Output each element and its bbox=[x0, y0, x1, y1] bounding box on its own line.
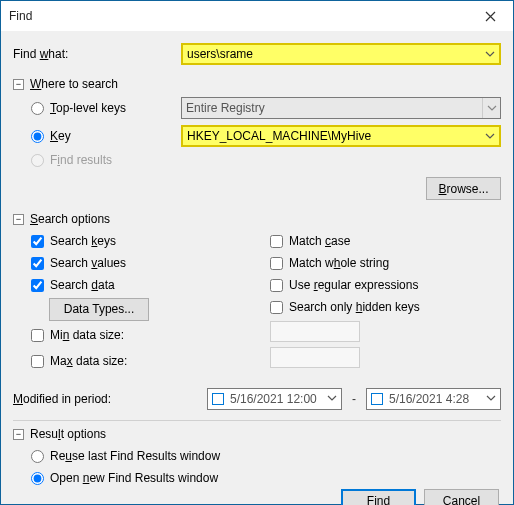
modified-label: Modified in period: bbox=[13, 392, 199, 406]
close-button[interactable] bbox=[468, 1, 513, 31]
where-label: Where to search bbox=[30, 77, 118, 91]
collapse-icon[interactable]: − bbox=[13, 79, 24, 90]
top-level-row: Top-level keys Entire Registry bbox=[31, 97, 501, 119]
hidden-keys-check[interactable]: Search only hidden keys bbox=[270, 296, 501, 318]
date-check-icon[interactable] bbox=[371, 393, 383, 405]
footer: Find Cancel bbox=[13, 489, 501, 505]
collapse-icon[interactable]: − bbox=[13, 214, 24, 225]
close-icon bbox=[485, 11, 496, 22]
chevron-down-icon[interactable] bbox=[481, 127, 499, 145]
collapse-icon[interactable]: − bbox=[13, 429, 24, 440]
search-keys-check[interactable]: Search keys bbox=[31, 230, 262, 252]
key-value: HKEY_LOCAL_MACHINE\MyHive bbox=[187, 129, 371, 143]
regex-check[interactable]: Use regular expressions bbox=[270, 274, 501, 296]
modified-to-value: 5/16/2021 4:28 bbox=[389, 392, 469, 406]
modified-row: Modified in period: 5/16/2021 12:00 - 5/… bbox=[13, 388, 501, 410]
top-level-radio[interactable]: Top-level keys bbox=[31, 97, 173, 119]
left-col: Search keys Search values Search data Da… bbox=[31, 230, 262, 374]
window-title: Find bbox=[9, 9, 468, 23]
find-button[interactable]: Find bbox=[341, 489, 416, 505]
where-section: − Where to search Top-level keys Entire … bbox=[13, 77, 501, 200]
result-section: − Result options Reuse last Find Results… bbox=[13, 427, 501, 489]
chevron-down-icon[interactable] bbox=[486, 392, 496, 406]
date-check-icon[interactable] bbox=[212, 393, 224, 405]
max-size-input bbox=[270, 347, 360, 368]
browse-button[interactable]: Browse... bbox=[426, 177, 501, 200]
new-results-radio[interactable]: Open new Find Results window bbox=[31, 467, 501, 489]
modified-from-value: 5/16/2021 12:00 bbox=[230, 392, 317, 406]
modified-to[interactable]: 5/16/2021 4:28 bbox=[366, 388, 501, 410]
key-row: Key HKEY_LOCAL_MACHINE\MyHive bbox=[31, 125, 501, 147]
dialog-body: Find what: users\srame − Where to search… bbox=[1, 31, 513, 505]
cancel-button[interactable]: Cancel bbox=[424, 489, 499, 505]
max-size-row: Max data size: bbox=[31, 348, 262, 374]
chevron-down-icon bbox=[482, 98, 500, 118]
modified-from[interactable]: 5/16/2021 12:00 bbox=[207, 388, 342, 410]
search-values-check[interactable]: Search values bbox=[31, 252, 262, 274]
browse-row: Browse... bbox=[31, 177, 501, 200]
result-header: − Result options bbox=[13, 427, 501, 441]
search-data-check[interactable]: Search data bbox=[31, 274, 262, 296]
data-types-row: Data Types... bbox=[31, 296, 262, 322]
find-results-radio: Find results bbox=[31, 149, 112, 171]
find-what-input[interactable]: users\srame bbox=[181, 43, 501, 65]
find-what-row: Find what: users\srame bbox=[13, 43, 501, 65]
result-label: Result options bbox=[30, 427, 106, 441]
reuse-results-radio[interactable]: Reuse last Find Results window bbox=[31, 445, 501, 467]
min-size-check[interactable]: Min data size: bbox=[31, 324, 151, 346]
search-options-section: − Search options Search keys Search valu… bbox=[13, 212, 501, 374]
dash: - bbox=[348, 392, 360, 406]
search-options-header: − Search options bbox=[13, 212, 501, 226]
match-case-check[interactable]: Match case bbox=[270, 230, 501, 252]
chevron-down-icon[interactable] bbox=[327, 392, 337, 406]
right-col: Match case Match whole string Use regula… bbox=[270, 230, 501, 374]
find-what-label: Find what: bbox=[13, 47, 173, 61]
min-size-row: Min data size: bbox=[31, 322, 262, 348]
separator bbox=[13, 420, 501, 421]
titlebar: Find bbox=[1, 1, 513, 31]
find-what-value: users\srame bbox=[187, 47, 253, 61]
where-header: − Where to search bbox=[13, 77, 501, 91]
find-dialog: Find Find what: users\srame − Where to s… bbox=[0, 0, 514, 505]
entire-registry-combo[interactable]: Entire Registry bbox=[181, 97, 501, 119]
key-input[interactable]: HKEY_LOCAL_MACHINE\MyHive bbox=[181, 125, 501, 147]
max-size-check[interactable]: Max data size: bbox=[31, 350, 151, 372]
min-size-input bbox=[270, 321, 360, 342]
chevron-down-icon[interactable] bbox=[481, 45, 499, 63]
match-whole-check[interactable]: Match whole string bbox=[270, 252, 501, 274]
find-results-row: Find results bbox=[31, 149, 501, 171]
data-types-button[interactable]: Data Types... bbox=[49, 298, 149, 321]
key-radio[interactable]: Key bbox=[31, 125, 173, 147]
entire-registry-value: Entire Registry bbox=[186, 101, 265, 115]
search-options-label: Search options bbox=[30, 212, 110, 226]
